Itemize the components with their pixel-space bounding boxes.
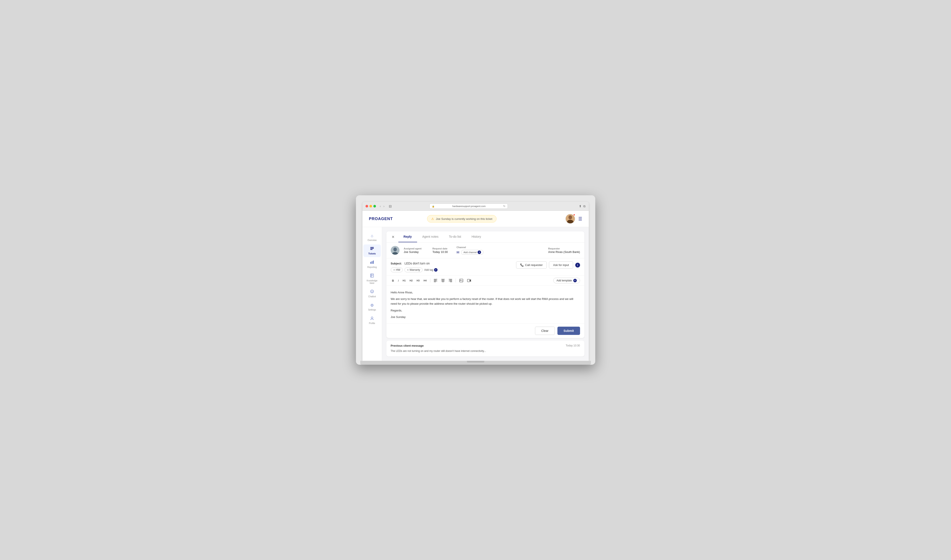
svg-rect-4 [370,248,374,249]
align-center-button[interactable] [440,278,446,283]
clear-button[interactable]: Clear [535,327,555,335]
close-dot[interactable] [365,205,368,208]
ask-for-input-label: Ask for input [553,263,569,267]
svg-point-34 [460,280,461,280]
svg-rect-32 [450,282,452,282]
add-template-label: Add template [556,279,572,282]
user-avatar-container [565,214,575,224]
previous-message-panel: Previous client message Today 10:30 The … [387,341,584,357]
add-channel-label: Add channel [464,251,477,254]
notification-dot [573,214,575,216]
h4-button[interactable]: H4 [422,278,428,283]
bold-button[interactable]: B [391,278,395,283]
header-right: ☰ [565,214,582,224]
add-template-button[interactable]: Add template + [553,278,580,283]
svg-point-15 [371,291,372,292]
assigned-agent-group: Assigned agent Joe Sunday [404,247,422,254]
maximize-dot[interactable] [373,205,376,208]
ticket-info-row: Assigned agent Joe Sunday Request date T… [387,243,584,258]
sidebar-label-settings: Settings [368,309,376,311]
sidebar-item-settings[interactable]: ⚙ Settings [363,301,381,313]
channel-icons: ✉ Add channel + [456,250,484,255]
sidebar-item-chatbot[interactable]: Chatbot [363,287,381,300]
h3-button[interactable]: H3 [415,278,421,283]
svg-rect-10 [370,274,372,277]
sidebar-label-tickets: Tickets [368,252,376,255]
reply-body: We are sorry to hear that, we would like… [391,297,580,306]
call-requester-label: Call requester [525,263,543,267]
channel-label: Channel [456,246,484,249]
sidebar-item-reporting[interactable]: Reporting [363,258,381,271]
requester-group: Requester Anne Rivas (South Bank) [548,247,580,254]
tag-warranty-label: Warranty [410,268,420,271]
tag-warranty-remove[interactable]: ✕ [407,269,409,271]
tab-reply[interactable]: Reply [398,231,417,242]
sidebar-item-profile[interactable]: Profile [363,314,381,327]
svg-rect-31 [449,281,452,281]
email-icon: ✉ [456,250,459,254]
svg-rect-30 [450,280,452,280]
sidebar: ⌂ Overview Tickets [362,227,382,361]
subject-actions: 📞 Call requester Ask for input i [516,262,580,269]
video-button[interactable] [466,278,472,283]
request-date-group: Request date Today 10:30 [432,247,448,254]
sidebar-toggle-button[interactable]: ⊟ [387,204,393,209]
browser-actions: ⬆ ⧉ [579,205,586,208]
new-tab-button[interactable]: ⧉ [583,205,586,208]
svg-rect-3 [370,247,374,248]
home-icon: ⌂ [371,234,373,238]
align-right-button[interactable] [447,278,453,283]
italic-button[interactable]: I [397,278,400,283]
request-date-label: Request date [432,247,448,250]
svg-rect-35 [467,279,470,282]
knowledge-base-icon [370,274,374,278]
svg-point-17 [371,317,373,318]
svg-rect-27 [441,281,445,281]
info-button[interactable]: i [575,263,580,268]
svg-rect-5 [370,249,373,250]
h2-button[interactable]: H2 [408,278,414,283]
image-button[interactable] [458,278,464,283]
svg-rect-24 [434,282,436,282]
submit-button[interactable]: Submit [557,327,580,335]
agent-avatar [391,246,399,255]
url-text: hardwaresupport.proagent.com [436,205,502,208]
align-left-button[interactable] [433,278,439,283]
reply-area[interactable]: Hello Anne Rivas, We are sorry to hear t… [387,286,584,323]
macbook-base [360,361,591,365]
subject-row: Subject: LEDs don't turn on ✕ HW [387,258,584,275]
sidebar-item-knowledge-base[interactable]: Knowledge base [363,271,381,286]
tickets-icon [370,247,374,252]
subject-line: Subject: LEDs don't turn on [391,262,512,265]
tag-warranty: ✕ Warranty [404,268,422,272]
logo: PROAGENT [369,217,393,221]
share-button[interactable]: ⬆ [579,205,581,208]
previous-message-text: The LEDs are not turning on and my route… [391,349,580,353]
back-button[interactable]: ‹ [379,204,382,208]
menu-button[interactable]: ☰ [578,216,582,222]
notification-banner: ⚠ Joe Sunday is currently working on thi… [427,215,496,223]
h1-button[interactable]: H1 [401,278,407,283]
tag-hw-remove[interactable]: ✕ [393,269,395,271]
svg-rect-6 [370,262,371,264]
tab-todo-list[interactable]: To-do list [444,231,466,242]
tab-history[interactable]: History [466,231,486,242]
close-ticket-button[interactable]: ✕ [391,234,395,240]
tab-agent-notes[interactable]: Agent notes [417,231,444,242]
sidebar-item-overview[interactable]: ⌂ Overview [363,231,381,243]
ask-for-input-button[interactable]: Ask for input [549,262,573,269]
forward-button[interactable]: › [382,204,385,208]
svg-rect-22 [434,280,436,280]
sidebar-label-knowledge-base: Knowledge base [365,280,379,284]
sidebar-label-profile: Profile [369,322,375,325]
sidebar-item-tickets[interactable]: Tickets [363,245,381,257]
add-tag-button[interactable]: Add tag + [424,268,438,272]
call-requester-button[interactable]: 📞 Call requester [516,262,547,269]
request-date-value: Today 10:30 [432,250,448,254]
minimize-dot[interactable] [370,205,372,208]
reply-text: Hello Anne Rivas, We are sorry to hear t… [391,290,580,319]
add-channel-button[interactable]: Add channel + [461,250,484,255]
subject-label: Subject: [391,262,402,265]
sidebar-label-chatbot: Chatbot [368,295,376,298]
refresh-icon: ↻ [503,205,506,208]
